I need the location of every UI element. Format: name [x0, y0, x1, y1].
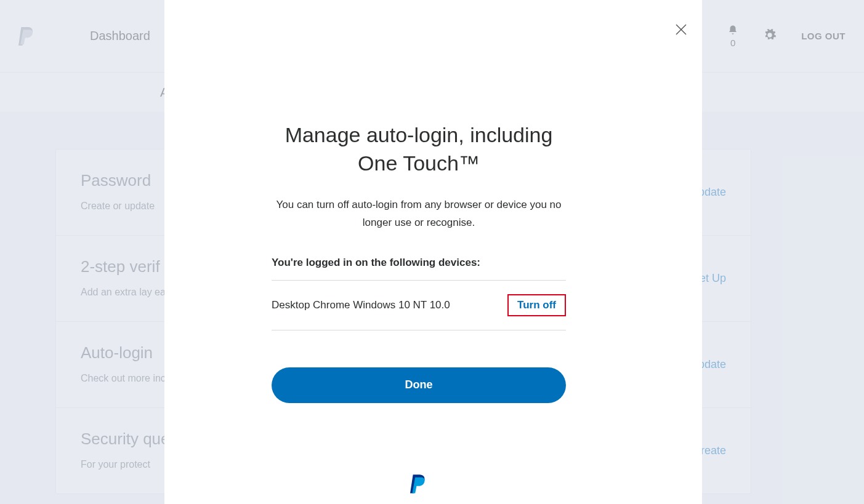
- modal-scroll-area[interactable]: Manage auto-login, including One Touch™ …: [164, 38, 673, 504]
- modal-title: Manage auto-login, including One Touch™: [272, 121, 566, 178]
- device-name: Desktop Chrome Windows 10 NT 10.0: [272, 299, 450, 311]
- close-icon[interactable]: [672, 22, 690, 39]
- turn-off-link[interactable]: Turn off: [517, 299, 556, 311]
- turn-off-highlight: Turn off: [507, 294, 566, 316]
- modal-subtitle: You can turn off auto-login from any bro…: [272, 196, 566, 232]
- device-row: Desktop Chrome Windows 10 NT 10.0 Turn o…: [272, 280, 566, 330]
- paypal-logo-icon: [410, 474, 427, 495]
- done-button[interactable]: Done: [272, 367, 566, 403]
- modal: Manage auto-login, including One Touch™ …: [164, 0, 702, 504]
- devices-heading: You're logged in on the following device…: [272, 257, 566, 269]
